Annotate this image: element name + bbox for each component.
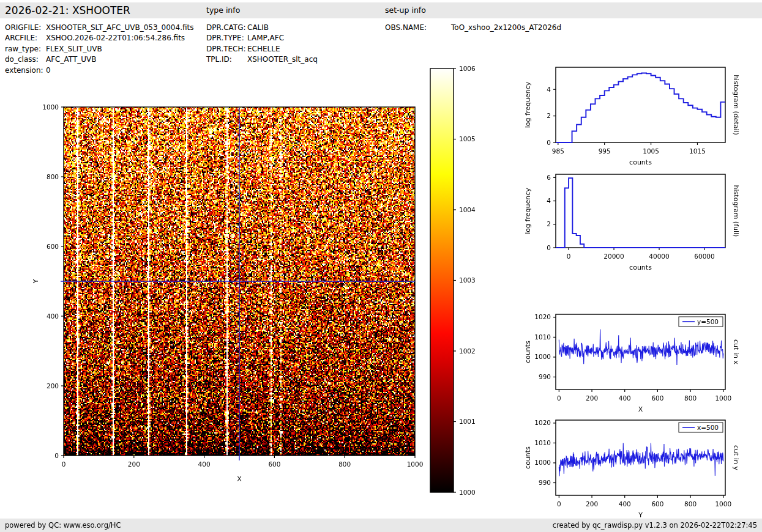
svg-text:histogram (full): histogram (full) xyxy=(732,185,740,237)
svg-text:4: 4 xyxy=(547,197,551,204)
type-info-row: DPR.TECH:ECHELLE xyxy=(206,44,318,54)
cut-in-y-plot-line xyxy=(559,443,723,476)
svg-text:800: 800 xyxy=(684,394,697,402)
svg-text:200: 200 xyxy=(586,500,598,508)
setup-info-heading: set-up info xyxy=(385,2,426,18)
svg-text:1020: 1020 xyxy=(534,419,551,426)
title-bar: 2026-02-21: XSHOOTER type info set-up in… xyxy=(0,2,762,18)
colorbar: 1000100110021003100410051006 xyxy=(430,65,476,496)
svg-text:log frequency: log frequency xyxy=(524,81,532,128)
svg-text:985: 985 xyxy=(552,147,564,155)
svg-text:600: 600 xyxy=(651,500,663,508)
field-label: do_class: xyxy=(5,54,46,65)
histogram-full-plot: 02000040000600000246countslog frequencyh… xyxy=(524,174,740,272)
field-value: ECHELLE xyxy=(247,45,280,53)
svg-text:400: 400 xyxy=(47,312,59,320)
field-label: ARCFILE: xyxy=(5,33,46,43)
svg-text:1006: 1006 xyxy=(459,65,476,72)
svg-text:1000: 1000 xyxy=(715,394,731,402)
svg-text:600: 600 xyxy=(47,243,59,250)
field-label: TPL.ID: xyxy=(206,54,247,65)
field-value: XSHOO.2026-02-22T01:06:54.286.fits xyxy=(46,34,185,42)
cut-in-x-plot-line xyxy=(559,329,723,365)
type-info-row: DPR.TYPE:LAMP,AFC xyxy=(206,33,318,43)
field-label: DPR.TYPE: xyxy=(206,33,247,43)
cut-in-x-plot: 02004006008001000990100010101020Xcountsc… xyxy=(524,313,740,413)
file-info-row: ORIGFILE:XSHOOTER_SLT_AFC_UVB_053_0004.f… xyxy=(5,23,193,33)
svg-text:counts: counts xyxy=(524,446,532,469)
svg-text:800: 800 xyxy=(47,173,59,180)
svg-text:0: 0 xyxy=(557,394,561,402)
histogram-detail-plot: 98599510051015024countslog frequencyhist… xyxy=(524,67,740,166)
svg-text:800: 800 xyxy=(684,500,697,508)
raw-frame-image xyxy=(64,107,415,456)
svg-text:0: 0 xyxy=(557,500,561,508)
setup-info-block: OBS.NAME:ToO_xshoo_2x1200s_AT2026d xyxy=(385,23,561,33)
type-info-block: DPR.CATG:CALIB DPR.TYPE:LAMP,AFC DPR.TEC… xyxy=(206,23,318,65)
field-value: XSHOOTER_SLT_AFC_UVB_053_0004.fits xyxy=(46,23,193,32)
file-info-row: extension:0 xyxy=(5,65,193,76)
field-value: ToO_xshoo_2x1200s_AT2026d xyxy=(451,23,561,32)
qc-report-page: 2026-02-21: XSHOOTER type info set-up in… xyxy=(0,0,762,532)
histogram-full-plot-step-line xyxy=(556,178,725,248)
svg-text:2: 2 xyxy=(547,112,551,119)
svg-text:1020: 1020 xyxy=(534,313,551,320)
svg-text:1003: 1003 xyxy=(459,276,476,284)
svg-text:6: 6 xyxy=(547,174,551,181)
svg-text:X: X xyxy=(237,475,242,483)
file-info-block: ORIGFILE:XSHOOTER_SLT_AFC_UVB_053_0004.f… xyxy=(5,23,193,76)
field-value: LAMP,AFC xyxy=(247,34,284,42)
svg-text:1000: 1000 xyxy=(534,353,551,360)
svg-text:1000: 1000 xyxy=(534,459,551,466)
svg-text:0: 0 xyxy=(547,244,551,251)
svg-text:200: 200 xyxy=(128,460,140,468)
svg-text:y=500: y=500 xyxy=(697,318,719,325)
svg-text:1000: 1000 xyxy=(715,500,731,508)
svg-text:histogram (detail): histogram (detail) xyxy=(732,75,740,135)
svg-text:1005: 1005 xyxy=(643,147,659,155)
svg-text:0: 0 xyxy=(54,452,59,459)
svg-text:40000: 40000 xyxy=(649,253,669,260)
file-info-row: do_class:AFC_ATT_UVB xyxy=(5,54,193,65)
svg-text:cut in y: cut in y xyxy=(732,445,740,470)
svg-text:cut in x: cut in x xyxy=(732,339,740,364)
svg-text:X: X xyxy=(638,405,643,413)
svg-text:0: 0 xyxy=(567,253,571,260)
svg-text:60000: 60000 xyxy=(694,253,714,260)
svg-text:20000: 20000 xyxy=(603,253,624,260)
field-label: DPR.TECH: xyxy=(206,44,247,54)
field-value: FLEX_SLIT_UVB xyxy=(46,45,102,53)
svg-text:log frequency: log frequency xyxy=(524,188,532,234)
field-value: CALIB xyxy=(247,23,269,32)
setup-info-row: OBS.NAME:ToO_xshoo_2x1200s_AT2026d xyxy=(385,23,561,33)
svg-text:1010: 1010 xyxy=(534,333,551,341)
svg-text:4: 4 xyxy=(547,86,551,93)
svg-text:1010: 1010 xyxy=(534,439,551,446)
svg-text:995: 995 xyxy=(599,147,611,155)
field-value: 0 xyxy=(46,66,51,75)
svg-text:x=500: x=500 xyxy=(697,424,719,431)
svg-text:1000: 1000 xyxy=(459,489,476,496)
svg-text:1005: 1005 xyxy=(459,135,476,142)
svg-text:990: 990 xyxy=(539,479,551,486)
svg-text:800: 800 xyxy=(338,460,351,468)
svg-text:counts: counts xyxy=(629,264,652,272)
svg-text:Y: Y xyxy=(32,279,40,284)
cut-in-x-plot-legend: y=500 xyxy=(679,317,723,327)
field-value: AFC_ATT_UVB xyxy=(46,55,96,64)
file-info-row: raw_type:FLEX_SLIT_UVB xyxy=(5,44,193,54)
svg-text:2: 2 xyxy=(547,220,551,227)
svg-text:990: 990 xyxy=(539,373,551,380)
field-label: raw_type: xyxy=(5,44,46,54)
cut-in-y-plot: 02004006008001000990100010101020Ycountsc… xyxy=(524,419,740,519)
svg-text:200: 200 xyxy=(586,394,598,402)
svg-text:counts: counts xyxy=(629,158,652,166)
footer-powered-by: powered by QC: www.eso.org/HC xyxy=(5,519,121,532)
svg-text:1000: 1000 xyxy=(42,103,59,111)
svg-text:0: 0 xyxy=(62,460,66,468)
svg-text:400: 400 xyxy=(198,460,211,468)
svg-text:600: 600 xyxy=(651,394,663,402)
type-info-row: DPR.CATG:CALIB xyxy=(206,23,318,33)
svg-text:600: 600 xyxy=(268,460,280,468)
svg-text:400: 400 xyxy=(619,500,631,508)
